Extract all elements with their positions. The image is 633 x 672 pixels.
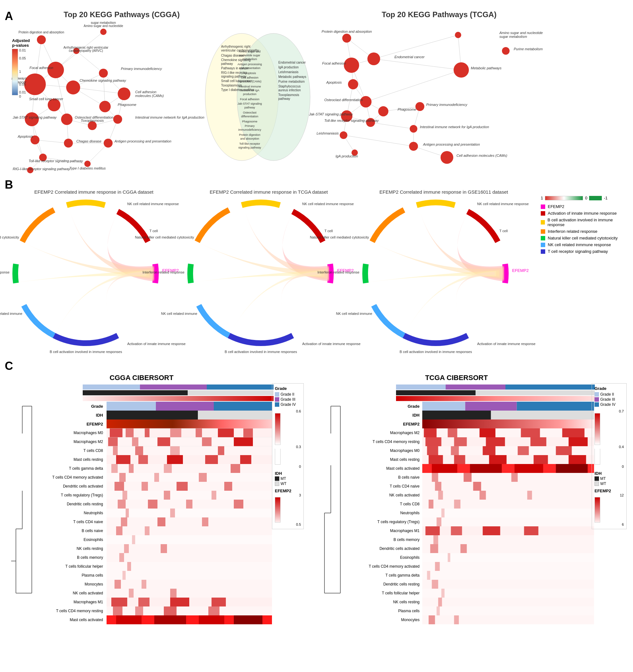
svg-rect-305: [454, 437, 467, 446]
cgga-network: Protein digestion and absorption Amino s…: [9, 21, 207, 176]
svg-text:Osteoclast differentiation: Osteoclast differentiation: [324, 98, 362, 102]
svg-rect-238: [107, 508, 272, 518]
svg-rect-184: [107, 402, 156, 411]
svg-rect-353: [461, 544, 467, 553]
svg-text:production: production: [243, 93, 256, 96]
tcga-node-endo: [368, 52, 380, 65]
pval-color-bar: 0.01 0.05 1 0.05 0.01 0: [12, 49, 31, 100]
svg-rect-206: [135, 446, 143, 455]
svg-rect-306: [486, 437, 505, 446]
svg-rect-201: [158, 437, 170, 446]
tcga-label-efemp2: EFEMP2: [344, 419, 421, 428]
svg-rect-263: [129, 589, 134, 598]
svg-rect-185: [156, 402, 214, 411]
svg-text:Purine metabolism: Purine metabolism: [278, 80, 305, 83]
svg-rect-300: [480, 428, 496, 437]
svg-rect-315: [422, 455, 594, 464]
svg-rect-365: [438, 598, 442, 606]
svg-rect-330: [422, 482, 594, 491]
legend-swatch-nk: [541, 236, 545, 240]
tcga-label-grade: Grade: [344, 402, 421, 411]
svg-rect-237: [234, 500, 243, 508]
svg-rect-218: [164, 464, 172, 473]
tcga-label-idh: IDH: [344, 411, 421, 419]
svg-rect-200: [132, 437, 138, 446]
label-t-cd4-rest: T cells CD4 memory resting: [35, 606, 105, 616]
tcga-idh-bar: [396, 390, 595, 395]
svg-text:Endometrial cancer: Endometrial cancer: [394, 55, 425, 59]
tcga-heatmap-scale: 0.7 0.4 0: [594, 409, 624, 469]
svg-text:Antigen processing and present: Antigen processing and presentation: [114, 139, 171, 143]
node-jak-stat: [25, 112, 39, 126]
svg-rect-313: [518, 446, 529, 455]
svg-rect-336: [528, 491, 532, 500]
svg-rect-195: [196, 428, 202, 437]
svg-rect-187: [107, 411, 198, 419]
chord-arc-nk: [15, 264, 16, 283]
node-toxo: [88, 121, 97, 130]
svg-text:T cell: T cell: [325, 229, 333, 233]
cgga-legend-grade-title: Grade: [275, 386, 301, 391]
svg-rect-307: [531, 437, 546, 446]
legend-label-nk-related: NK cell related inmmune response: [548, 242, 611, 247]
svg-text:EFEMP2: EFEMP2: [512, 268, 529, 273]
legend-label-interferon: Interferon related response: [548, 229, 597, 234]
svg-rect-351: [422, 544, 594, 553]
legend-label-efemp2: EFEMP2: [548, 204, 564, 209]
svg-rect-247: [145, 526, 149, 535]
chord-arc-bcell: [67, 202, 105, 205]
svg-rect-196: [218, 428, 234, 437]
svg-line-115: [374, 59, 461, 70]
cgga-legend-idh-title: IDH: [275, 471, 301, 476]
svg-rect-320: [569, 455, 586, 464]
svg-rect-312: [483, 446, 496, 455]
label-t-gamma-delta: T cells gamma delta: [35, 464, 105, 473]
svg-text:Amino sugar and nucleotide: Amino sugar and nucleotide: [499, 31, 543, 35]
svg-text:network for IgA: network for IgA: [240, 89, 260, 92]
tcga-label-b-memory: B cells memory: [344, 535, 421, 544]
svg-text:B cell activation involved in : B cell activation involved in immune res…: [50, 350, 122, 354]
svg-rect-204: [107, 446, 272, 455]
svg-rect-323: [470, 464, 502, 473]
node-intestinal: [113, 115, 122, 124]
label-dc-act: Dendritic cells activated: [35, 482, 105, 491]
svg-rect-304: [426, 437, 442, 446]
tcga-dendrogram: [318, 402, 344, 598]
tcga-label-b-naive: B cells naive: [344, 473, 421, 482]
svg-text:pathway: pathway: [221, 62, 233, 66]
svg-text:0.05: 0.05: [19, 56, 26, 60]
tcga-node-cams: [441, 151, 453, 164]
svg-text:Focal adhesion: Focal adhesion: [240, 98, 259, 101]
idh-wt-segment: [188, 390, 274, 395]
cgga-idh-bar: [83, 390, 274, 395]
label-mast-act: Mast cells activated: [35, 616, 105, 624]
svg-rect-213: [205, 455, 218, 464]
svg-rect-335: [480, 491, 486, 500]
chord-title-tcga: EFEMP2 Correlated immune response in TCG…: [185, 189, 353, 195]
label-t-cd8: T cells CD8: [35, 446, 105, 455]
svg-text:Natural killer cell mediated c: Natural killer cell mediated cytotoxicit…: [0, 235, 19, 239]
legend-item-nk: Natural killer cell mediated cytotoxicit…: [541, 236, 627, 240]
svg-rect-212: [167, 455, 183, 464]
svg-rect-363: [442, 589, 445, 598]
chord-ribbon-5: [55, 271, 146, 335]
tcga-legend-grade-title: Grade: [594, 386, 624, 391]
svg-text:Leishmaniasis: Leishmaniasis: [316, 131, 339, 135]
svg-rect-359: [427, 571, 430, 580]
svg-text:and absorption: and absorption: [240, 137, 259, 140]
svg-text:metabolism: metabolism: [242, 57, 257, 61]
svg-rect-222: [154, 473, 159, 482]
node-cams: [118, 88, 131, 100]
svg-line-27: [35, 140, 68, 143]
chord-gse: EFEMP2 Correlated immune response in GSE…: [359, 189, 528, 351]
svg-text:Interferon related response: Interferon related response: [0, 270, 9, 274]
cgga-heatmap-svg: [105, 402, 274, 624]
svg-rect-360: [422, 580, 594, 589]
svg-rect-361: [432, 580, 438, 589]
svg-text:Phagosome: Phagosome: [242, 120, 257, 123]
cgga-dendrogram: [9, 402, 35, 598]
svg-text:Toxoplasmosis: Toxoplasmosis: [278, 93, 299, 97]
svg-rect-268: [170, 598, 189, 606]
svg-rect-342: [422, 518, 594, 526]
legend-swatch-nk-related: [541, 243, 545, 247]
